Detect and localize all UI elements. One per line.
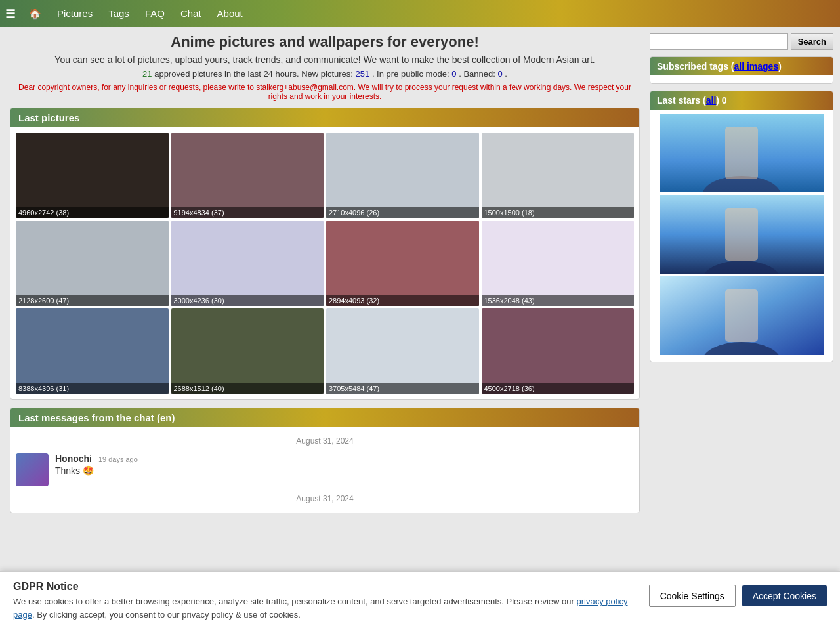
- approved-count: 21: [142, 69, 152, 79]
- pic-thumb-2: [326, 133, 479, 218]
- pic-item-11[interactable]: 4500x2718 (36): [482, 308, 635, 394]
- pic-thumb-1: [171, 133, 324, 218]
- pic-item-9[interactable]: 2688x1512 (40): [171, 308, 324, 394]
- pic-item-6[interactable]: 2894x4093 (32): [326, 220, 479, 306]
- pic-thumb-9: [171, 308, 324, 394]
- stats-line: 21 approved pictures in the last 24 hour…: [10, 69, 640, 79]
- pic-label-7: 1536x2048 (43): [482, 295, 635, 306]
- pic-item-4[interactable]: 2128x2600 (47): [16, 220, 169, 306]
- chat-body: Honochi 19 days ago Thnks 🤩: [55, 453, 138, 476]
- star-thumb-3[interactable]: [654, 276, 829, 355]
- pre-public-count: 0: [452, 69, 456, 79]
- pic-item-10[interactable]: 3705x5484 (47): [326, 308, 479, 394]
- pic-thumb-6: [326, 220, 479, 306]
- avatar-image: [16, 453, 49, 486]
- nav-pictures[interactable]: Pictures: [49, 0, 100, 27]
- pic-label-5: 3000x4236 (30): [171, 295, 324, 306]
- menu-icon[interactable]: ☰: [5, 7, 16, 21]
- subscribed-tags-label: Subscribed tags (: [657, 61, 734, 72]
- sidebar: Search Subscribed tags (all images) Last…: [650, 27, 840, 528]
- star-image-2: [654, 195, 829, 274]
- chat-date-1: August 31, 2024: [16, 436, 634, 446]
- pic-thumb-7: [482, 220, 635, 306]
- svg-rect-2: [725, 127, 758, 179]
- nav-about[interactable]: About: [209, 0, 251, 27]
- last-stars-end: ) 0: [716, 95, 726, 106]
- chat-message-0: Honochi 19 days ago Thnks 🤩: [16, 450, 634, 490]
- pic-thumb-5: [171, 220, 324, 306]
- pic-label-10: 3705x5484 (47): [326, 383, 479, 394]
- nav-chat[interactable]: Chat: [173, 0, 209, 27]
- chat-panel: Last messages from the chat (en) August …: [10, 408, 640, 513]
- pic-item-2[interactable]: 2710x4096 (26): [326, 133, 479, 218]
- pic-thumb-11: [482, 308, 635, 394]
- pic-item-3[interactable]: 1500x1500 (18): [482, 133, 635, 218]
- search-input[interactable]: [650, 33, 788, 50]
- new-count: 251: [356, 69, 370, 79]
- pic-label-0: 4960x2742 (38): [16, 207, 169, 218]
- pic-label-11: 4500x2718 (36): [482, 383, 635, 394]
- site-title: Anime pictures and wallpapers for everyo…: [10, 33, 640, 51]
- star-image-3: [654, 276, 829, 355]
- pic-item-0[interactable]: 4960x2742 (38): [16, 133, 169, 218]
- pictures-panel-body: 4960x2742 (38) 9194x4834 (37) 2710x4096 …: [10, 127, 639, 399]
- pic-thumb-10: [326, 308, 479, 394]
- last-stars-body: [650, 110, 833, 362]
- main-content: Anime pictures and wallpapers for everyo…: [0, 27, 650, 528]
- subscribed-tags-end: ): [778, 61, 782, 72]
- pic-label-6: 2894x4093 (32): [326, 295, 479, 306]
- pic-thumb-8: [16, 308, 169, 394]
- pic-label-8: 8388x4396 (31): [16, 383, 169, 394]
- star-image-1: [654, 114, 829, 192]
- subscribed-tags-body: [650, 75, 833, 83]
- all-stars-link[interactable]: all: [706, 95, 717, 106]
- last-stars-panel: Last stars (all) 0: [650, 91, 833, 362]
- chat-text: Thnks 🤩: [55, 465, 138, 476]
- star-thumb-1[interactable]: [654, 114, 829, 192]
- pre-public-text: . In pre public mode:: [372, 69, 452, 79]
- search-button[interactable]: Search: [791, 33, 833, 50]
- pic-label-9: 2688x1512 (40): [171, 383, 324, 394]
- pic-item-8[interactable]: 8388x4396 (31): [16, 308, 169, 394]
- banned-end: .: [505, 69, 507, 79]
- pictures-panel: Last pictures 4960x2742 (38) 9194x4834 (…: [10, 108, 640, 400]
- pic-thumb-0: [16, 133, 169, 218]
- pictures-grid: 4960x2742 (38) 9194x4834 (37) 2710x4096 …: [16, 133, 634, 394]
- last-stars-header: Last stars (all) 0: [650, 91, 833, 110]
- search-bar: Search: [650, 33, 833, 50]
- nav-home[interactable]: 🏠: [21, 0, 49, 27]
- chat-time: 19 days ago: [98, 455, 138, 463]
- nav-faq[interactable]: FAQ: [137, 0, 173, 27]
- pic-label-1: 9194x4834 (37): [171, 207, 324, 218]
- pic-item-5[interactable]: 3000x4236 (30): [171, 220, 324, 306]
- nav-tags[interactable]: Tags: [100, 0, 137, 27]
- chat-panel-body: August 31, 2024 Honochi 19 days ago Thnk…: [10, 427, 639, 513]
- star-thumb-2[interactable]: [654, 195, 829, 274]
- subscribed-tags-header: Subscribed tags (all images): [650, 57, 833, 75]
- pic-label-3: 1500x1500 (18): [482, 207, 635, 218]
- banned-count: 0: [497, 69, 502, 79]
- banned-text: . Banned:: [459, 69, 497, 79]
- svg-rect-8: [725, 289, 758, 342]
- chat-date-2: August 31, 2024: [16, 494, 634, 503]
- pictures-panel-header: Last pictures: [10, 108, 639, 127]
- pic-thumb-4: [16, 220, 169, 306]
- pic-thumb-3: [482, 133, 635, 218]
- pic-label-2: 2710x4096 (26): [326, 207, 479, 218]
- avatar: [16, 453, 49, 486]
- pic-item-7[interactable]: 1536x2048 (43): [482, 220, 635, 306]
- copyright-notice: Dear copyright owners, for any inquiries…: [10, 83, 640, 101]
- pic-label-4: 2128x2600 (47): [16, 295, 169, 306]
- site-description: You can see a lot of pictures, upload yo…: [10, 54, 640, 65]
- last-stars-label: Last stars (: [657, 95, 706, 106]
- chat-panel-header: Last messages from the chat (en): [10, 408, 639, 427]
- pic-item-1[interactable]: 9194x4834 (37): [171, 133, 324, 218]
- svg-rect-5: [725, 208, 758, 261]
- navbar: ☰ 🏠 Pictures Tags FAQ Chat About: [0, 0, 840, 27]
- subscribed-tags-panel: Subscribed tags (all images): [650, 56, 833, 84]
- chat-username[interactable]: Honochi: [55, 453, 92, 464]
- all-images-link[interactable]: all images: [734, 61, 778, 72]
- approved-text: approved pictures in the last 24 hours. …: [154, 69, 355, 79]
